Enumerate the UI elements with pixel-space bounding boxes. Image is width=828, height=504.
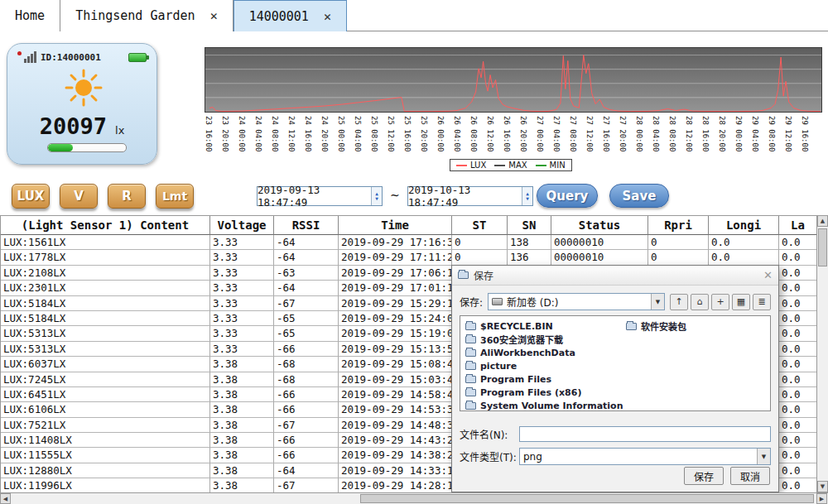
table-cell: -66: [274, 387, 339, 402]
x-tick-label: 24 20:00: [320, 116, 329, 151]
file-name: $RECYCLE.BIN: [480, 321, 553, 332]
table-cell: -64: [274, 250, 339, 265]
table-cell: 2019-09-29 15:03:45: [339, 372, 452, 387]
column-header-1[interactable]: Voltage: [210, 216, 274, 235]
query-button[interactable]: Query: [537, 184, 598, 208]
table-cell: -65: [274, 311, 339, 326]
date-from-input[interactable]: 2019-09-13 18:47:49 ▲▼: [257, 186, 383, 206]
date-spinner-icon[interactable]: ▲▼: [371, 187, 382, 205]
table-cell: 2019-09-29 14:58:40: [339, 387, 452, 402]
table-cell: -66: [274, 402, 339, 417]
x-tick-label: 27 16:00: [602, 116, 610, 151]
horizontal-scrollbar[interactable]: ◀ ▶: [0, 492, 828, 504]
file-item[interactable]: AliWorkbenchData: [465, 346, 623, 359]
column-header-9[interactable]: La: [779, 216, 817, 235]
x-tick-label: 29 04:00: [751, 116, 759, 151]
filename-input[interactable]: [519, 426, 771, 442]
tab-home[interactable]: Home: [0, 0, 60, 31]
save-in-combobox[interactable]: 新加卷 (D:) ▼: [488, 293, 665, 310]
chevron-down-icon[interactable]: ▼: [757, 449, 770, 464]
save-dialog-icon: [458, 271, 469, 279]
up-one-level-icon[interactable]: ↑: [670, 294, 688, 310]
scroll-right-icon[interactable]: ▶: [816, 493, 827, 504]
table-cell: -66: [274, 433, 339, 448]
close-icon[interactable]: ✕: [324, 9, 331, 24]
scroll-up-icon[interactable]: ▲: [817, 215, 828, 227]
table-cell: 3.33: [210, 235, 274, 250]
desktop-home-icon[interactable]: ⌂: [691, 294, 709, 310]
table-cell: 0: [648, 250, 709, 265]
scroll-left-icon[interactable]: ◀: [0, 493, 11, 504]
x-tick-label: 25 12:00: [387, 116, 395, 151]
table-cell: 3.38: [210, 418, 274, 433]
table-row[interactable]: LUX:1561LX3.33-642019-09-29 17:16:340138…: [1, 235, 816, 250]
file-item[interactable]: Program Files (x86): [465, 386, 623, 399]
date-to-input[interactable]: 2019-10-13 18:47:49 ▲▼: [407, 186, 533, 206]
column-header-2[interactable]: RSSI: [274, 216, 339, 235]
tab-thingsend-garden[interactable]: Thingsend Garden ✕: [60, 0, 233, 31]
dialog-save-button[interactable]: 保存: [684, 467, 724, 485]
horizontal-scrollbar-thumb[interactable]: [360, 494, 814, 503]
new-folder-icon[interactable]: +: [711, 294, 729, 310]
table-row[interactable]: LUX:1778LX3.33-642019-09-29 17:11:260136…: [1, 250, 816, 265]
dialog-title: 保存: [474, 268, 493, 282]
close-icon[interactable]: ✕: [210, 8, 218, 23]
signal-strength-icon: [17, 51, 36, 63]
x-tick-label: 24 16:00: [304, 116, 312, 151]
lux-button[interactable]: LUX: [12, 184, 50, 209]
rssi-button[interactable]: R: [108, 184, 146, 209]
column-header-6[interactable]: Status: [551, 216, 648, 235]
table-cell: LUX:7521LX: [1, 418, 210, 433]
filetype-combobox[interactable]: png ▼: [519, 448, 771, 465]
column-header-4[interactable]: ST: [452, 216, 508, 235]
table-cell: 138: [508, 235, 551, 250]
table-cell: 0.0: [779, 296, 817, 311]
vertical-scrollbar-thumb[interactable]: [818, 228, 827, 266]
file-item[interactable]: $RECYCLE.BIN: [465, 319, 623, 333]
list-view-icon[interactable]: ▦: [732, 294, 750, 310]
column-header-5[interactable]: SN: [508, 216, 551, 235]
table-cell: -64: [274, 235, 339, 250]
legend-swatch: [536, 165, 546, 166]
save-button[interactable]: Save: [609, 184, 669, 208]
file-item[interactable]: Program Files: [465, 372, 623, 386]
table-cell: 2019-09-29 15:29:11: [339, 296, 452, 311]
column-header-7[interactable]: Rpri: [648, 216, 709, 235]
column-header-3[interactable]: Time: [339, 216, 452, 235]
dialog-cancel-button[interactable]: 取消: [730, 467, 770, 485]
x-tick-label: 28 00:00: [635, 116, 643, 151]
scroll-down-icon[interactable]: ▼: [817, 481, 828, 492]
close-icon[interactable]: ✕: [763, 269, 773, 281]
table-cell: 0.0: [779, 433, 817, 448]
table-cell: 3.33: [210, 296, 274, 311]
file-item[interactable]: 软件安装包: [626, 319, 686, 333]
tab-bar: Home Thingsend Garden ✕ 14000001 ✕: [0, 0, 828, 31]
x-axis-labels: 23 16:0023 20:0024 00:0024 04:0024 08:00…: [205, 114, 822, 161]
date-spinner-icon[interactable]: ▲▼: [522, 187, 532, 205]
tab-14000001[interactable]: 14000001 ✕: [233, 0, 347, 31]
dialog-title-bar[interactable]: 保存 ✕: [452, 266, 778, 286]
file-list[interactable]: $RECYCLE.BIN360安全浏览器下载AliWorkbenchDatapi…: [460, 315, 771, 411]
save-in-label: 保存:: [460, 295, 483, 309]
table-cell: 0.0: [779, 463, 817, 478]
column-header-8[interactable]: Longi: [709, 216, 779, 235]
file-item[interactable]: System Volume Information: [465, 399, 623, 411]
column-header-0[interactable]: (Light Sensor 1) Content: [1, 216, 210, 235]
table-cell: 3.38: [210, 387, 274, 402]
limit-button[interactable]: Lmt: [156, 184, 194, 209]
table-cell: 3.38: [210, 357, 274, 372]
chevron-down-icon[interactable]: ▼: [651, 294, 664, 310]
voltage-button[interactable]: V: [60, 184, 98, 209]
details-view-icon[interactable]: ≣: [753, 294, 771, 310]
table-cell: 0: [648, 235, 709, 250]
x-tick-label: 29 12:00: [784, 116, 792, 151]
x-tick-label: 27 00:00: [536, 116, 544, 151]
file-item[interactable]: picture: [465, 359, 623, 372]
file-item[interactable]: 360安全浏览器下载: [465, 333, 623, 346]
table-cell: 2019-09-29 17:16:34: [339, 235, 452, 250]
table-cell: LUX:11555LX: [1, 448, 210, 463]
x-tick-label: 23 16:00: [205, 116, 213, 151]
table-header-row: (Light Sensor 1) ContentVoltageRSSITimeS…: [1, 216, 816, 235]
table-cell: 3.38: [210, 463, 274, 478]
vertical-scrollbar[interactable]: ▲ ▼: [816, 215, 828, 492]
